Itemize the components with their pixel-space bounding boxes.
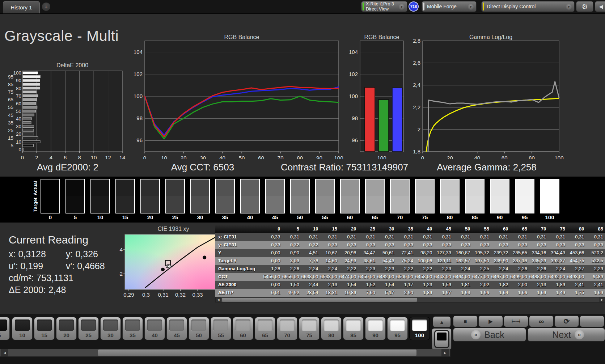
loop-infinite-button[interactable]: ∞ xyxy=(529,316,554,327)
swatch-actual xyxy=(41,179,59,196)
svg-text:0,31: 0,31 xyxy=(158,292,168,298)
svg-text:98: 98 xyxy=(352,115,358,121)
patch-button-25[interactable]: 25 xyxy=(78,317,99,340)
svg-text:60: 60 xyxy=(16,101,21,106)
patch-button-95[interactable]: 95 xyxy=(387,317,408,340)
svg-text:2: 2 xyxy=(418,126,420,132)
patch-button-5[interactable]: 5 xyxy=(0,317,10,340)
patch-button-10[interactable]: 10 xyxy=(12,317,33,340)
table-cell: 7,78 xyxy=(301,257,320,265)
svg-text:0: 0 xyxy=(143,155,146,159)
scroll-left-icon[interactable]: ◀ xyxy=(216,297,221,302)
stop-button[interactable]: ■ xyxy=(453,316,478,327)
swatch-target xyxy=(291,196,309,213)
table-cell: 239,90 xyxy=(491,257,510,265)
patch-button-20[interactable]: 20 xyxy=(56,317,77,340)
measurement-table: 0510152025303540455055606570758085x: CIE… xyxy=(215,225,605,297)
svg-text:95: 95 xyxy=(8,74,13,80)
table-cell: 0,31 xyxy=(377,233,396,241)
table-cell: 5456,00 xyxy=(263,273,282,281)
patch-button-50[interactable]: 50 xyxy=(189,317,209,340)
patch-button-45[interactable]: 45 xyxy=(166,317,187,340)
swatch-target xyxy=(216,196,234,213)
patch-button-70[interactable]: 70 xyxy=(277,317,297,340)
table-cell: 2,23 xyxy=(377,265,396,273)
table-row-label: Gamma Log/Log xyxy=(215,265,263,273)
table-cell: 0,33 xyxy=(548,241,567,249)
table-column-header: 55 xyxy=(472,225,491,233)
svg-text:65: 65 xyxy=(8,97,13,102)
swatch-target xyxy=(241,196,259,213)
patch-strip-scrollbar[interactable]: ◀ ▶ xyxy=(0,349,450,357)
table-cell: 2,26 xyxy=(282,265,301,273)
patch-button-40[interactable]: 40 xyxy=(144,317,165,340)
patch-level-up-button[interactable]: ▲ xyxy=(433,316,451,327)
table-cell: 0,33 xyxy=(358,241,377,249)
table-row: y: CIE310,330,320,320,330,330,330,330,33… xyxy=(215,241,605,249)
tab-history-1[interactable]: History 1 xyxy=(3,1,40,13)
meter-selector[interactable]: X-Rite i1Pro 3 Direct View ▼ xyxy=(361,1,407,12)
patch-button-35[interactable]: 35 xyxy=(122,317,143,340)
play-button[interactable]: ▶ xyxy=(478,316,503,327)
patch-button-65[interactable]: 65 xyxy=(255,317,275,340)
pattern-window-button[interactable] xyxy=(432,328,452,350)
scroll-right-icon[interactable]: ▶ xyxy=(441,349,449,356)
patch-button-85[interactable]: 85 xyxy=(343,317,364,340)
meter-count-badge: 718 xyxy=(409,1,419,12)
table-row-label: y: CIE31 xyxy=(215,241,263,249)
add-tab-button[interactable]: + xyxy=(42,3,50,11)
scroll-right-icon[interactable]: ▶ xyxy=(599,297,605,302)
marker-range-button[interactable]: ⊢⊣ xyxy=(504,316,528,327)
patch-button-100[interactable]: 100 xyxy=(409,317,430,340)
svg-text:90: 90 xyxy=(16,78,21,83)
table-cell: 0,32 xyxy=(301,241,320,249)
deltae-bar-60 xyxy=(23,102,36,105)
rgb-balance-line-chart: RGB Balance96981001021040102030405060708… xyxy=(130,33,344,161)
patch-button-30[interactable]: 30 xyxy=(100,317,121,340)
table-cell: 2,44 xyxy=(301,281,320,289)
next-button[interactable]: Next » xyxy=(528,328,605,342)
refresh-button[interactable]: ⟳ xyxy=(554,316,579,327)
patch-button-60[interactable]: 60 xyxy=(233,317,253,340)
grayscale-swatch-50 xyxy=(290,179,310,213)
patch-chip xyxy=(236,319,250,331)
grayscale-swatch-10 xyxy=(90,179,110,213)
grayscale-swatch-strip: Actual Target 05101520253035404550556065… xyxy=(0,177,605,223)
table-cell: 0,33 xyxy=(586,241,605,249)
deltae-bar-80 xyxy=(23,87,40,89)
patch-level-label: 45 xyxy=(167,332,187,338)
table-column-header: 45 xyxy=(434,225,453,233)
svg-text:60: 60 xyxy=(258,155,264,159)
table-cell: 195,72 xyxy=(472,249,491,257)
swatch-target xyxy=(366,196,384,213)
svg-text:90: 90 xyxy=(316,155,322,159)
table-scrollbar[interactable]: ◀ ▶ xyxy=(215,297,605,302)
table-cell: 100,06 xyxy=(415,257,434,265)
table-cell: 1,50 xyxy=(282,281,301,289)
blank-button[interactable] xyxy=(580,316,604,327)
patch-button-80[interactable]: 80 xyxy=(321,317,342,340)
swatch-actual xyxy=(241,179,259,196)
pattern-source-selector[interactable]: Mobile Forge ▼ xyxy=(422,1,477,12)
svg-text:RGB Balance: RGB Balance xyxy=(364,34,399,40)
settings-button[interactable]: ⚙ xyxy=(576,1,593,12)
back-label: Back xyxy=(484,330,504,340)
collapse-panel-button[interactable]: ◀ xyxy=(595,1,605,12)
scroll-left-icon[interactable]: ◀ xyxy=(1,349,8,356)
display-control-selector[interactable]: Direct Display Control ▼ xyxy=(481,1,575,12)
patch-button-55[interactable]: 55 xyxy=(211,317,231,340)
table-cell: 2,13 xyxy=(529,281,548,289)
patch-button-75[interactable]: 75 xyxy=(299,317,320,340)
patch-button-15[interactable]: 15 xyxy=(34,317,55,340)
table-scrollbar-thumb[interactable] xyxy=(222,298,417,302)
swatch-level-label: 45 xyxy=(265,214,285,220)
table-cell: 0,33 xyxy=(472,241,491,249)
cie-svg: CIE 1931 xy0,320,340,290,30,310,320,33 xyxy=(119,225,221,299)
table-cell: 1,28 xyxy=(263,265,282,273)
rgb-bar-blue xyxy=(392,88,402,152)
back-button[interactable]: « Back xyxy=(453,328,526,342)
patch-button-90[interactable]: 90 xyxy=(365,317,386,340)
table-cell: 0,31 xyxy=(472,233,491,241)
patch-scrollbar-thumb[interactable] xyxy=(98,350,416,356)
table-cell: 2,00 xyxy=(510,281,529,289)
